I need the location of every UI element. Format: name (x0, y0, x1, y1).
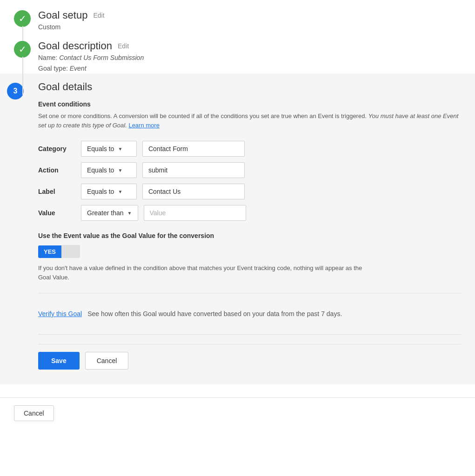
condition-label-category: Category (38, 145, 75, 152)
chevron-down-icon-2: ▼ (118, 168, 122, 173)
bottom-bar: Cancel (0, 397, 475, 429)
checkmark-icon: ✓ (19, 13, 27, 24)
verify-row: Verify this Goal See how often this Goal… (38, 303, 461, 325)
condition-select-label[interactable]: Equals to ▼ (81, 184, 137, 199)
step-1-content: Goal setup Edit Custom (38, 9, 461, 31)
step-3-number: 3 (13, 87, 18, 95)
condition-select-value-text: Greater than (87, 209, 124, 217)
step-2-icon: ✓ (14, 41, 31, 58)
event-conditions-text: Set one or more conditions. A conversion… (38, 112, 367, 119)
chevron-down-icon-4: ▼ (127, 211, 132, 216)
conditions-table: Category Equals to ▼ Action Equals to ▼ (38, 141, 461, 221)
learn-more-link[interactable]: Learn more (128, 122, 159, 129)
condition-label-label: Label (38, 188, 75, 195)
condition-select-action[interactable]: Equals to ▼ (81, 162, 137, 178)
step-2-name: Name: Contact Us Form Submission (38, 53, 461, 63)
toggle-knob[interactable] (61, 245, 80, 258)
toggle-section: Use the Event value as the Goal Value fo… (38, 232, 461, 282)
step-1-goal-setup: ✓ Goal setup Edit Custom (14, 9, 461, 31)
step-2-name-label: Name: (38, 54, 57, 61)
checkmark-icon-2: ✓ (19, 44, 27, 55)
condition-input-label[interactable] (142, 184, 245, 199)
action-buttons: Save Cancel (38, 344, 461, 377)
condition-row-category: Category Equals to ▼ (38, 141, 461, 157)
event-conditions: Event conditions Set one or more conditi… (38, 100, 461, 130)
step-2-type-value: Event (70, 65, 87, 72)
step-3-icon-area: 3 (0, 81, 38, 99)
condition-select-label-value: Equals to (87, 188, 114, 195)
condition-input-category[interactable] (142, 141, 245, 157)
step-3-icon: 3 (7, 83, 24, 99)
step-1-subtitle: Custom (38, 23, 461, 31)
event-conditions-desc: Set one or more conditions. A conversion… (38, 112, 461, 130)
step-connector-2 (22, 57, 23, 95)
condition-row-value: Value Greater than ▼ (38, 205, 461, 221)
condition-input-action[interactable] (142, 162, 245, 178)
step-2-title: Goal description (38, 40, 112, 52)
chevron-down-icon-3: ▼ (118, 189, 122, 194)
save-button[interactable]: Save (38, 352, 80, 370)
condition-label-action: Action (38, 166, 75, 174)
step-2-type: Goal type: Event (38, 64, 461, 73)
step-2-edit-link[interactable]: Edit (118, 42, 129, 50)
condition-input-value[interactable] (144, 205, 246, 221)
step-2-content: Goal description Edit Name: Contact Us F… (38, 40, 461, 73)
condition-row-action: Action Equals to ▼ (38, 162, 461, 178)
condition-select-category-value: Equals to (87, 145, 114, 152)
toggle-description: If you don't have a value defined in the… (38, 264, 364, 282)
toggle-wrapper[interactable]: YES (38, 245, 461, 258)
step-3-content: Goal details Event conditions Set one or… (38, 81, 475, 377)
chevron-down-icon: ▼ (118, 146, 122, 152)
cancel-bottom-button[interactable]: Cancel (14, 405, 54, 421)
condition-label-value: Value (38, 209, 75, 217)
step-2-goal-description: ✓ Goal description Edit Name: Contact Us… (14, 40, 461, 73)
step-1-icon: ✓ (14, 10, 31, 27)
step-3-goal-details: 3 Goal details Event conditions Set one … (0, 73, 475, 384)
step-1-edit-link[interactable]: Edit (93, 12, 104, 19)
event-conditions-title: Event conditions (38, 100, 461, 108)
cancel-inner-button[interactable]: Cancel (85, 352, 129, 370)
condition-select-action-value: Equals to (87, 166, 114, 174)
step-3-title: Goal details (38, 81, 461, 93)
verify-description: See how often this Goal would have conve… (87, 310, 342, 317)
divider-2 (38, 334, 461, 335)
condition-select-value[interactable]: Greater than ▼ (81, 205, 138, 221)
step-2-name-value: Contact Us Form Submission (59, 54, 144, 61)
toggle-title: Use the Event value as the Goal Value fo… (38, 232, 461, 239)
condition-row-label: Label Equals to ▼ (38, 184, 461, 199)
verify-goal-link[interactable]: Verify this Goal (38, 310, 82, 317)
toggle-yes-label: YES (38, 245, 61, 258)
divider-1 (38, 293, 461, 293)
condition-select-category[interactable]: Equals to ▼ (81, 141, 137, 157)
step-2-type-label: Goal type: (38, 65, 68, 72)
step-1-title: Goal setup (38, 9, 87, 21)
